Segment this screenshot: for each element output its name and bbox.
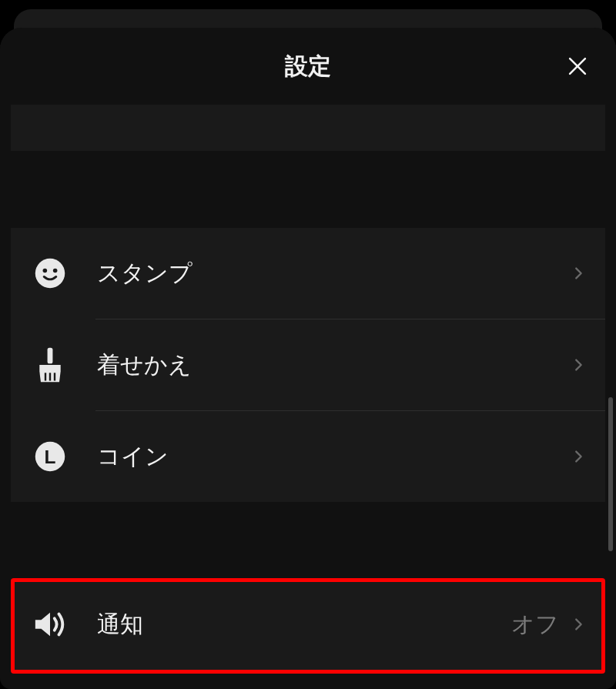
app-screen: 設定	[0, 0, 616, 689]
speaker-icon	[32, 607, 68, 642]
chevron-right-icon	[570, 265, 587, 282]
row-label: コイン	[97, 441, 570, 473]
settings-row-stamp[interactable]: スタンプ	[11, 228, 605, 319]
svg-text:L: L	[45, 447, 56, 467]
row-label: 着せかえ	[97, 350, 570, 381]
chevron-right-icon	[570, 616, 587, 633]
row-label: 通知	[97, 609, 511, 641]
settings-row-notifications[interactable]: 通知 オフ	[11, 579, 605, 670]
chevron-right-icon	[570, 448, 587, 465]
svg-point-2	[35, 259, 65, 289]
row-value: オフ	[511, 609, 559, 641]
coin-icon: L	[32, 439, 68, 474]
close-icon	[564, 53, 591, 79]
chevron-right-icon	[570, 356, 587, 373]
smiley-icon	[32, 256, 68, 291]
svg-point-3	[43, 269, 48, 273]
settings-row-coin[interactable]: L コイン	[11, 411, 605, 502]
brush-icon	[32, 347, 68, 383]
previous-section-partial	[11, 105, 605, 151]
settings-content: スタンプ	[0, 105, 616, 689]
svg-rect-5	[48, 348, 53, 364]
shop-section: スタンプ	[11, 228, 605, 502]
close-button[interactable]	[561, 49, 594, 83]
settings-sheet: 設定	[0, 28, 616, 689]
svg-point-4	[53, 269, 58, 273]
settings-row-theme[interactable]: 着せかえ	[11, 319, 605, 410]
section-gap	[0, 502, 616, 579]
page-title: 設定	[285, 51, 331, 82]
scrollbar[interactable]	[608, 397, 613, 551]
sheet-header: 設定	[0, 28, 616, 105]
general-section: 通知 オフ	[11, 579, 605, 670]
section-gap	[0, 151, 616, 228]
row-label: スタンプ	[97, 258, 570, 289]
